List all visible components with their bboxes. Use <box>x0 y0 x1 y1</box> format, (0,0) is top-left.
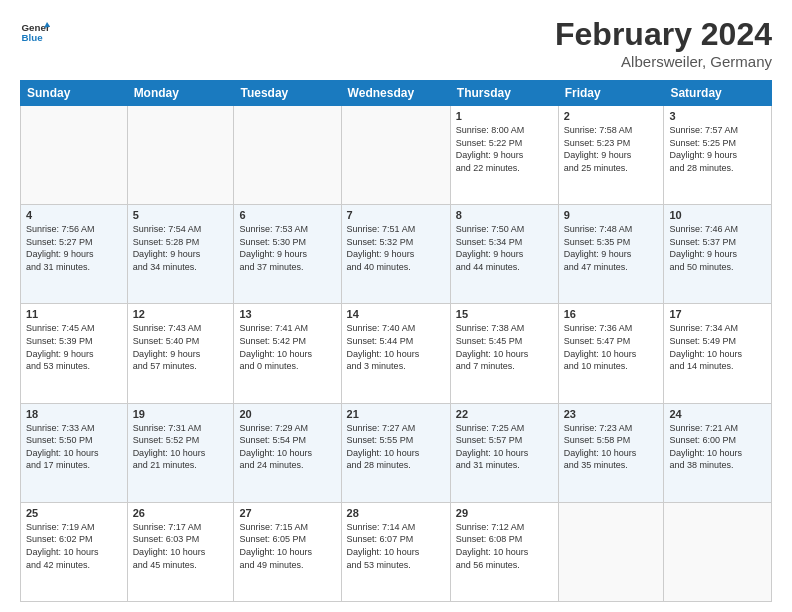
day-info: Sunrise: 7:45 AM Sunset: 5:39 PM Dayligh… <box>26 322 122 372</box>
day-number: 5 <box>133 209 229 221</box>
day-info: Sunrise: 7:40 AM Sunset: 5:44 PM Dayligh… <box>347 322 445 372</box>
day-info: Sunrise: 7:12 AM Sunset: 6:08 PM Dayligh… <box>456 521 553 571</box>
page: General Blue February 2024 Albersweiler,… <box>0 0 792 612</box>
day-number: 23 <box>564 408 659 420</box>
day-number: 18 <box>26 408 122 420</box>
calendar-day: 6Sunrise: 7:53 AM Sunset: 5:30 PM Daylig… <box>234 205 341 304</box>
day-number: 17 <box>669 308 766 320</box>
col-header-wednesday: Wednesday <box>341 81 450 106</box>
calendar-day: 18Sunrise: 7:33 AM Sunset: 5:50 PM Dayli… <box>21 403 128 502</box>
col-header-saturday: Saturday <box>664 81 772 106</box>
day-number: 14 <box>347 308 445 320</box>
day-number: 19 <box>133 408 229 420</box>
calendar-day <box>664 502 772 601</box>
calendar-body: 1Sunrise: 8:00 AM Sunset: 5:22 PM Daylig… <box>21 106 772 602</box>
day-number: 1 <box>456 110 553 122</box>
day-info: Sunrise: 7:43 AM Sunset: 5:40 PM Dayligh… <box>133 322 229 372</box>
day-info: Sunrise: 7:51 AM Sunset: 5:32 PM Dayligh… <box>347 223 445 273</box>
calendar-day: 19Sunrise: 7:31 AM Sunset: 5:52 PM Dayli… <box>127 403 234 502</box>
day-number: 11 <box>26 308 122 320</box>
calendar-day: 29Sunrise: 7:12 AM Sunset: 6:08 PM Dayli… <box>450 502 558 601</box>
day-number: 16 <box>564 308 659 320</box>
day-info: Sunrise: 7:33 AM Sunset: 5:50 PM Dayligh… <box>26 422 122 472</box>
calendar-day: 12Sunrise: 7:43 AM Sunset: 5:40 PM Dayli… <box>127 304 234 403</box>
day-info: Sunrise: 7:17 AM Sunset: 6:03 PM Dayligh… <box>133 521 229 571</box>
day-info: Sunrise: 7:21 AM Sunset: 6:00 PM Dayligh… <box>669 422 766 472</box>
col-header-friday: Friday <box>558 81 664 106</box>
day-number: 24 <box>669 408 766 420</box>
day-info: Sunrise: 7:53 AM Sunset: 5:30 PM Dayligh… <box>239 223 335 273</box>
day-info: Sunrise: 7:27 AM Sunset: 5:55 PM Dayligh… <box>347 422 445 472</box>
calendar-week-4: 18Sunrise: 7:33 AM Sunset: 5:50 PM Dayli… <box>21 403 772 502</box>
calendar-day <box>558 502 664 601</box>
day-info: Sunrise: 7:54 AM Sunset: 5:28 PM Dayligh… <box>133 223 229 273</box>
calendar-week-1: 1Sunrise: 8:00 AM Sunset: 5:22 PM Daylig… <box>21 106 772 205</box>
calendar-day: 25Sunrise: 7:19 AM Sunset: 6:02 PM Dayli… <box>21 502 128 601</box>
day-info: Sunrise: 7:19 AM Sunset: 6:02 PM Dayligh… <box>26 521 122 571</box>
day-number: 26 <box>133 507 229 519</box>
calendar-day: 1Sunrise: 8:00 AM Sunset: 5:22 PM Daylig… <box>450 106 558 205</box>
logo: General Blue <box>20 16 50 46</box>
day-info: Sunrise: 7:38 AM Sunset: 5:45 PM Dayligh… <box>456 322 553 372</box>
day-info: Sunrise: 7:25 AM Sunset: 5:57 PM Dayligh… <box>456 422 553 472</box>
day-number: 29 <box>456 507 553 519</box>
calendar-day: 13Sunrise: 7:41 AM Sunset: 5:42 PM Dayli… <box>234 304 341 403</box>
day-info: Sunrise: 7:57 AM Sunset: 5:25 PM Dayligh… <box>669 124 766 174</box>
day-info: Sunrise: 7:50 AM Sunset: 5:34 PM Dayligh… <box>456 223 553 273</box>
logo-icon: General Blue <box>20 16 50 46</box>
calendar-day: 14Sunrise: 7:40 AM Sunset: 5:44 PM Dayli… <box>341 304 450 403</box>
col-header-monday: Monday <box>127 81 234 106</box>
day-number: 13 <box>239 308 335 320</box>
day-info: Sunrise: 7:29 AM Sunset: 5:54 PM Dayligh… <box>239 422 335 472</box>
calendar-day: 21Sunrise: 7:27 AM Sunset: 5:55 PM Dayli… <box>341 403 450 502</box>
day-info: Sunrise: 7:14 AM Sunset: 6:07 PM Dayligh… <box>347 521 445 571</box>
day-number: 10 <box>669 209 766 221</box>
calendar-week-3: 11Sunrise: 7:45 AM Sunset: 5:39 PM Dayli… <box>21 304 772 403</box>
day-info: Sunrise: 7:41 AM Sunset: 5:42 PM Dayligh… <box>239 322 335 372</box>
col-header-thursday: Thursday <box>450 81 558 106</box>
header: General Blue February 2024 Albersweiler,… <box>20 16 772 70</box>
day-info: Sunrise: 7:46 AM Sunset: 5:37 PM Dayligh… <box>669 223 766 273</box>
day-number: 6 <box>239 209 335 221</box>
calendar-day: 10Sunrise: 7:46 AM Sunset: 5:37 PM Dayli… <box>664 205 772 304</box>
location: Albersweiler, Germany <box>555 53 772 70</box>
day-number: 7 <box>347 209 445 221</box>
calendar-day <box>234 106 341 205</box>
title-block: February 2024 Albersweiler, Germany <box>555 16 772 70</box>
calendar-day: 11Sunrise: 7:45 AM Sunset: 5:39 PM Dayli… <box>21 304 128 403</box>
day-info: Sunrise: 8:00 AM Sunset: 5:22 PM Dayligh… <box>456 124 553 174</box>
day-number: 27 <box>239 507 335 519</box>
calendar-day: 22Sunrise: 7:25 AM Sunset: 5:57 PM Dayli… <box>450 403 558 502</box>
calendar-table: SundayMondayTuesdayWednesdayThursdayFrid… <box>20 80 772 602</box>
calendar-day: 27Sunrise: 7:15 AM Sunset: 6:05 PM Dayli… <box>234 502 341 601</box>
day-info: Sunrise: 7:56 AM Sunset: 5:27 PM Dayligh… <box>26 223 122 273</box>
calendar-week-2: 4Sunrise: 7:56 AM Sunset: 5:27 PM Daylig… <box>21 205 772 304</box>
calendar-day: 24Sunrise: 7:21 AM Sunset: 6:00 PM Dayli… <box>664 403 772 502</box>
calendar-day: 9Sunrise: 7:48 AM Sunset: 5:35 PM Daylig… <box>558 205 664 304</box>
svg-text:Blue: Blue <box>22 32 44 43</box>
day-number: 20 <box>239 408 335 420</box>
calendar-day: 7Sunrise: 7:51 AM Sunset: 5:32 PM Daylig… <box>341 205 450 304</box>
calendar-day: 20Sunrise: 7:29 AM Sunset: 5:54 PM Dayli… <box>234 403 341 502</box>
day-number: 25 <box>26 507 122 519</box>
calendar-day: 8Sunrise: 7:50 AM Sunset: 5:34 PM Daylig… <box>450 205 558 304</box>
day-number: 22 <box>456 408 553 420</box>
calendar-day <box>21 106 128 205</box>
col-header-tuesday: Tuesday <box>234 81 341 106</box>
calendar-header-row: SundayMondayTuesdayWednesdayThursdayFrid… <box>21 81 772 106</box>
calendar-day: 3Sunrise: 7:57 AM Sunset: 5:25 PM Daylig… <box>664 106 772 205</box>
calendar-day: 26Sunrise: 7:17 AM Sunset: 6:03 PM Dayli… <box>127 502 234 601</box>
day-number: 8 <box>456 209 553 221</box>
month-year: February 2024 <box>555 16 772 53</box>
day-info: Sunrise: 7:15 AM Sunset: 6:05 PM Dayligh… <box>239 521 335 571</box>
calendar-week-5: 25Sunrise: 7:19 AM Sunset: 6:02 PM Dayli… <box>21 502 772 601</box>
day-number: 4 <box>26 209 122 221</box>
day-info: Sunrise: 7:31 AM Sunset: 5:52 PM Dayligh… <box>133 422 229 472</box>
day-number: 9 <box>564 209 659 221</box>
day-number: 15 <box>456 308 553 320</box>
day-number: 3 <box>669 110 766 122</box>
calendar-day <box>341 106 450 205</box>
day-info: Sunrise: 7:58 AM Sunset: 5:23 PM Dayligh… <box>564 124 659 174</box>
col-header-sunday: Sunday <box>21 81 128 106</box>
day-number: 12 <box>133 308 229 320</box>
